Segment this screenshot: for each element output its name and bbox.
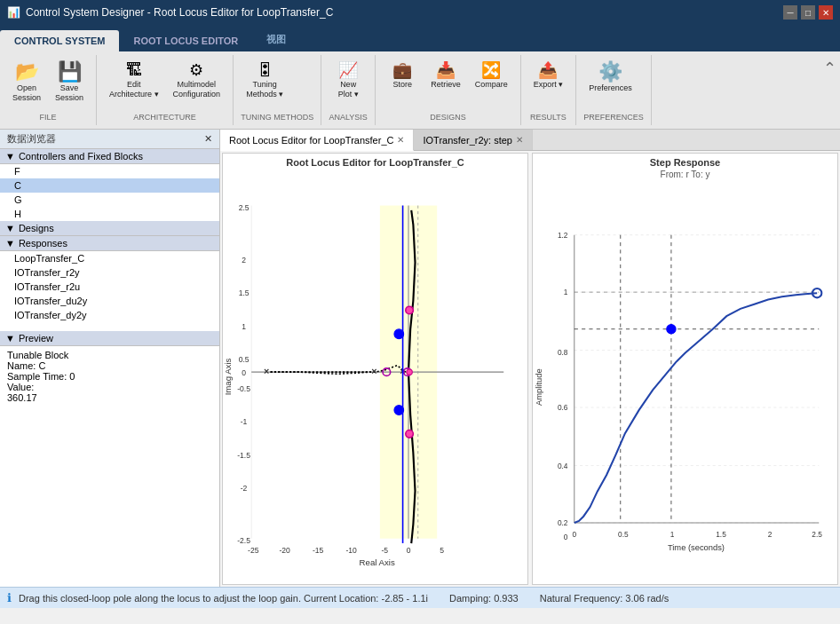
preferences-group-label: PREFERENCES [583, 111, 644, 122]
preferences-label: Preferences [589, 83, 632, 93]
response-item-iotransfer-du2y[interactable]: IOTransfer_du2y [0, 294, 219, 308]
tab-root-locus-editor[interactable]: ROOT LOCUS EDITOR [119, 30, 252, 51]
svg-text:2.5: 2.5 [239, 203, 250, 212]
results-group-label: RESULTS [528, 111, 569, 122]
step-response-tab-label: IOTransfer_r2y: step [423, 135, 511, 146]
svg-text:1.2: 1.2 [558, 231, 568, 240]
tree-item-F[interactable]: F [0, 164, 219, 178]
preferences-icon: ⚙️ [598, 62, 622, 82]
svg-text:-20: -20 [279, 546, 290, 555]
svg-text:-25: -25 [248, 546, 259, 555]
plot-tab-bar: Root Locus Editor for LoopTransfer_C ✕ I… [220, 130, 840, 151]
tree-item-G[interactable]: G [0, 193, 219, 207]
plots-area: Root Locus Editor for LoopTransfer_C ✕ I… [220, 130, 840, 587]
svg-text:0: 0 [407, 546, 411, 555]
tab-step-response[interactable]: IOTransfer_r2y: step ✕ [414, 130, 532, 150]
save-session-button[interactable]: 💾 SaveSession [50, 59, 89, 107]
svg-text:2: 2 [768, 530, 773, 539]
main-content: 数据浏览器 ✕ ▼ Controllers and Fixed Blocks F… [0, 130, 840, 587]
compare-icon: 🔀 [481, 62, 501, 78]
maximize-button[interactable]: □ [801, 5, 815, 20]
response-item-iotransfer-r2u[interactable]: IOTransfer_r2u [0, 280, 219, 294]
export-icon: 📤 [538, 62, 558, 78]
step-response-title: Step Response [533, 154, 837, 170]
svg-text:0.4: 0.4 [558, 462, 568, 470]
title-bar: 📊 Control System Designer - Root Locus E… [0, 0, 840, 25]
ribbon: 📂 OpenSession 💾 SaveSession FILE 🏗 EditA… [0, 51, 840, 130]
root-locus-tab-close[interactable]: ✕ [397, 135, 404, 145]
tab-control-system[interactable]: CONTROL SYSTEM [0, 30, 119, 51]
svg-text:-1.5: -1.5 [237, 451, 250, 460]
svg-text:0.2: 0.2 [558, 518, 568, 527]
minimize-button[interactable]: ─ [783, 5, 797, 20]
svg-text:×: × [264, 366, 269, 376]
controllers-section-header[interactable]: ▼ Controllers and Fixed Blocks [0, 149, 219, 164]
svg-text:-2: -2 [241, 484, 248, 493]
designs-section-header[interactable]: ▼ Designs [0, 221, 219, 236]
retrieve-label: Retrieve [431, 80, 461, 90]
preferences-button[interactable]: ⚙️ Preferences [583, 59, 638, 97]
ribbon-group-preferences: ⚙️ Preferences PREFERENCES [576, 55, 652, 125]
edit-architecture-label: EditArchitecture ▾ [109, 80, 159, 99]
store-button[interactable]: 💼 Store [383, 59, 422, 93]
new-plot-icon: 📈 [338, 62, 358, 78]
step-response-subtitle: From: r To: y [533, 170, 837, 181]
designs-label: Designs [19, 223, 54, 233]
export-button[interactable]: 📤 Export ▾ [528, 59, 569, 93]
svg-point-32 [407, 369, 412, 375]
designs-group-label: DESIGNS [383, 111, 513, 122]
response-item-iotransfer-dy2y[interactable]: IOTransfer_dy2y [0, 308, 219, 322]
store-icon: 💼 [392, 62, 412, 78]
tree-item-C[interactable]: C [0, 178, 219, 193]
svg-text:-15: -15 [313, 546, 324, 555]
plots-container: Root Locus Editor for LoopTransfer_C [220, 151, 840, 587]
preview-section-header[interactable]: ▼ Preview [0, 331, 219, 346]
root-locus-tab-label: Root Locus Editor for LoopTransfer_C [229, 135, 393, 146]
ribbon-group-tuning: 🎛 TuningMethods ▾ TUNING METHODS [234, 55, 321, 125]
close-button[interactable]: ✕ [819, 5, 833, 20]
step-response-svg[interactable]: 1.2 1 0.8 0.6 0.4 0.2 0 0 0.5 1 1.5 2 [533, 181, 837, 584]
svg-text:-0.5: -0.5 [237, 384, 250, 393]
svg-text:-10: -10 [346, 546, 358, 555]
step-response-panel: Step Response From: r To: y [532, 153, 838, 585]
svg-text:-1: -1 [241, 417, 248, 426]
collapse-ribbon-button[interactable]: ⌃ [823, 59, 836, 78]
svg-text:Time (seconds): Time (seconds) [668, 543, 725, 552]
compare-button[interactable]: 🔀 Compare [470, 59, 513, 93]
svg-point-36 [394, 329, 404, 339]
multimodel-config-button[interactable]: ⚙ MultimodelConfiguration [168, 59, 226, 103]
svg-text:1: 1 [242, 322, 246, 331]
step-response-tab-close[interactable]: ✕ [516, 135, 523, 145]
controllers-label: Controllers and Fixed Blocks [19, 151, 143, 162]
left-panel: 数据浏览器 ✕ ▼ Controllers and Fixed Blocks F… [0, 130, 220, 587]
status-bar: ℹ Drag this closed-loop pole along the l… [0, 587, 840, 608]
preview-value-label: Value: [7, 382, 212, 392]
edit-architecture-button[interactable]: 🏗 EditArchitecture ▾ [104, 59, 164, 103]
responses-collapse-icon: ▼ [5, 238, 15, 249]
retrieve-button[interactable]: 📥 Retrieve [425, 59, 466, 93]
panel-close-icon[interactable]: ✕ [204, 133, 212, 145]
export-label: Export ▾ [534, 80, 564, 90]
multimodel-icon: ⚙ [189, 62, 203, 78]
svg-text:0.5: 0.5 [618, 530, 629, 539]
analysis-group-label: ANALYSIS [329, 111, 368, 122]
svg-text:-5: -5 [381, 546, 388, 555]
tree-item-H[interactable]: H [0, 207, 219, 221]
save-label: SaveSession [55, 83, 83, 103]
svg-text:2.5: 2.5 [812, 530, 822, 539]
responses-list: LoopTransfer_C IOTransfer_r2y IOTransfer… [0, 251, 219, 331]
tab-view[interactable]: 视图 [252, 28, 300, 51]
open-session-button[interactable]: 📂 OpenSession [7, 59, 46, 107]
responses-section-header[interactable]: ▼ Responses [0, 236, 219, 251]
tab-root-locus-plot[interactable]: Root Locus Editor for LoopTransfer_C ✕ [220, 130, 414, 151]
retrieve-icon: 📥 [436, 62, 456, 78]
tuning-methods-button[interactable]: 🎛 TuningMethods ▾ [241, 59, 289, 103]
response-item-iotransfer-r2y[interactable]: IOTransfer_r2y [0, 265, 219, 280]
step-response-svg-container[interactable]: 1.2 1 0.8 0.6 0.4 0.2 0 0 0.5 1 1.5 2 [533, 181, 837, 584]
root-locus-svg[interactable]: -25 -20 -15 -10 -5 0 5 2.5 2 1.5 1 0.5 [223, 170, 527, 584]
svg-point-34 [406, 430, 414, 438]
new-plot-button[interactable]: 📈 NewPlot ▾ [329, 59, 368, 103]
response-item-looptransfer[interactable]: LoopTransfer_C [0, 251, 219, 265]
save-icon: 💾 [58, 62, 82, 82]
root-locus-svg-container[interactable]: -25 -20 -15 -10 -5 0 5 2.5 2 1.5 1 0.5 [223, 170, 527, 584]
